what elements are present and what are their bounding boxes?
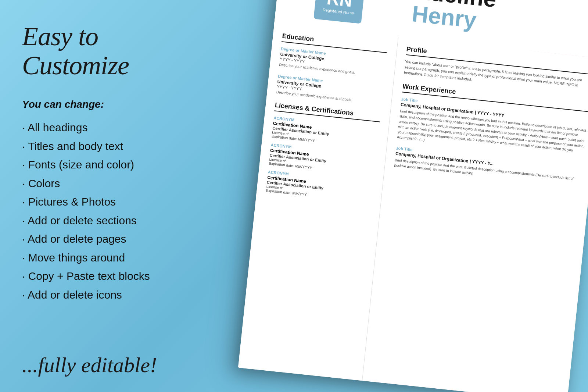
cert-entries: ACRONYM Certification Name Certifier Ass…	[266, 115, 379, 203]
feature-item: Move things around	[22, 249, 184, 267]
feature-item: All headings	[22, 118, 184, 137]
main-title: Easy to Customize	[22, 22, 184, 80]
feature-item: Add or delete pages	[22, 230, 184, 249]
resume-document: ⚕ RN Registered Nurse Adeline Henry Educ…	[238, 0, 588, 392]
feature-item: Fonts (size and color)	[22, 156, 184, 174]
feature-item: Add or delete icons	[22, 286, 184, 304]
resume-right-col: Profile You can include "about me" or "p…	[362, 37, 588, 392]
work-experience-section: Work Experience Job Title Company, Hospi…	[394, 82, 588, 187]
you-can-change-label: You can change:	[22, 99, 184, 110]
resume-body: Education Degree or Master Name Universi…	[238, 24, 588, 392]
cert-entry: ACRONYM Certification Name Certifier Ass…	[266, 170, 374, 203]
licenses-section: Licenses & Certifications ACRONYM Certif…	[266, 101, 381, 203]
feature-item: Copy + Paste text blocks	[22, 267, 184, 286]
feature-item: Pictures & Photos	[22, 193, 184, 211]
fully-editable-label: ...fully editable!	[22, 353, 184, 377]
resume-page: ⚕ RN Registered Nurse Adeline Henry Educ…	[238, 0, 588, 392]
feature-item: Colors	[22, 174, 184, 193]
feature-item: Titles and body text	[22, 137, 184, 156]
education-entry: Degree or Master Name University or Coll…	[276, 74, 384, 106]
feature-list: All headingsTitles and body textFonts (s…	[22, 118, 184, 342]
rn-badge: ⚕ RN Registered Nurse	[313, 0, 366, 24]
left-panel: Easy to Customize You can change: All he…	[0, 0, 206, 392]
job-entries: Job Title Company, Hospital or Organizat…	[394, 97, 588, 187]
education-entries: Degree or Master Name University or Coll…	[276, 46, 387, 106]
feature-item: Add or delete sections	[22, 211, 184, 230]
